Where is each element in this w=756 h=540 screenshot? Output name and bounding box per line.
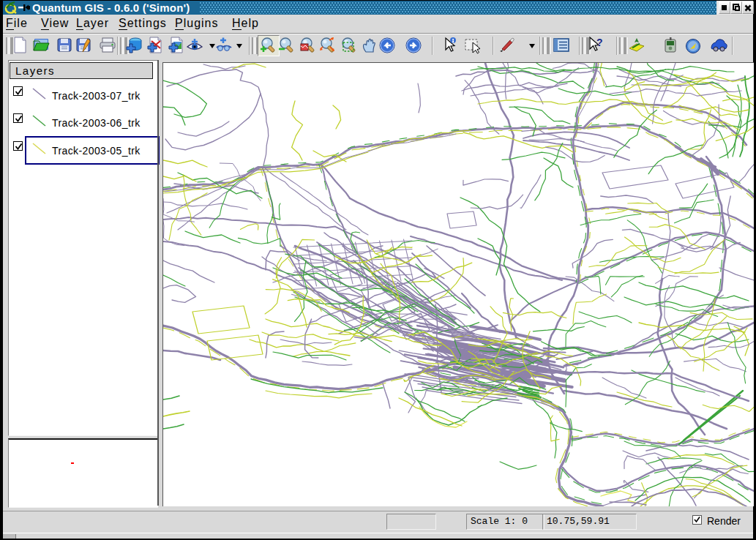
svg-text:?: ?: [596, 37, 603, 48]
